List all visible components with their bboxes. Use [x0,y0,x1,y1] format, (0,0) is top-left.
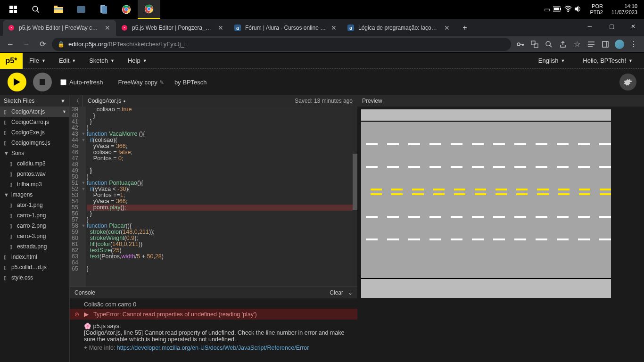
taskbar-app-1[interactable] [70,0,92,19]
sidebar-file-item[interactable]: ▼imagens [0,189,69,200]
chrome-icon[interactable] [115,0,138,19]
tab-title: Lógica de programação: laços e l [358,25,439,31]
file-menu[interactable]: File▼ [23,53,52,69]
chrome-window: *p5.js Web Editor | FreeWay copy✕*p5.js … [0,19,644,362]
sidebar-file-item[interactable]: ▯CodigoExe.js [0,127,69,138]
svg-point-39 [546,41,550,46]
sidebar-file-item[interactable]: ▯trilha.mp3 [0,179,69,189]
close-tab-icon[interactable]: ✕ [217,24,224,32]
sidebar-file-item[interactable]: ▯p5.collid…d.js [0,262,69,272]
settings-gear-button[interactable] [619,74,636,90]
volume-icon[interactable] [575,6,582,14]
sidebar-file-item[interactable]: ▯index.html [0,252,69,262]
collapse-sidebar-button[interactable]: 〈 [70,95,83,107]
pencil-icon[interactable]: ✎ [159,79,164,86]
translate-icon[interactable] [528,38,541,51]
close-tab-icon[interactable]: ✕ [330,24,338,32]
side-panel-icon[interactable] [599,38,612,51]
minimize-button[interactable]: ─ [579,19,601,34]
sidebar-file-item[interactable]: ▯carro-3.png [0,231,69,241]
expand-icon[interactable]: ▶ [84,311,89,318]
browser-tab-3[interactable]: aLógica de programação: laços e l✕ [342,20,455,36]
close-tab-icon[interactable]: ✕ [104,24,111,32]
start-button[interactable] [2,0,25,19]
sidebar-file-item[interactable]: ▯pontos.wav [0,169,69,179]
auto-refresh-toggle[interactable]: Auto-refresh [60,79,103,86]
bookmark-star-icon[interactable]: ☆ [570,38,584,51]
tray-icon-1[interactable]: ▭ [544,6,550,13]
chrome-active-icon[interactable] [138,0,160,19]
tab-title: p5.js Web Editor | FreeWay copy [19,25,100,31]
sidebar-file-item[interactable]: ▯carro-1.png [0,210,69,221]
password-key-icon[interactable] [514,38,527,51]
folder-open-icon: ▼ [4,192,9,197]
share-icon[interactable] [556,38,570,51]
sidebar-file-item[interactable]: ▯carro-2.png [0,221,69,231]
file-name: carro-2.png [17,222,46,229]
search-icon[interactable] [25,0,47,19]
chrome-menu-icon[interactable]: ⋮ [627,38,640,51]
svg-marker-24 [575,6,578,12]
sidebar-file-item[interactable]: ▯CodigoImgns.js [0,138,69,148]
sidebar-file-item[interactable]: ▯ator-1.png [0,200,69,210]
reading-list-icon[interactable] [585,38,598,51]
editor-scrollbar[interactable] [353,107,357,287]
folder-open-icon: ▼ [4,150,9,156]
close-window-button[interactable]: ✕ [622,19,644,34]
browser-tab-2[interactable]: aFórum | Alura - Cursos online de✕ [229,20,342,36]
file-tab-active[interactable]: CodigoAtor.js● [83,95,130,107]
sidebar-file-item[interactable]: ▯CodigoCarro.js [0,117,69,127]
browser-tab-0[interactable]: *p5.js Web Editor | FreeWay copy✕ [3,20,116,36]
collapse-console-icon[interactable]: ⌄ [348,289,353,296]
system-tray[interactable]: ▭ [541,6,585,14]
battery-icon[interactable] [553,6,561,13]
stop-button[interactable] [33,73,52,91]
taskbar-lang[interactable]: POR PTB2 [586,3,607,16]
file-icon: ▯ [4,140,9,146]
error-icon: ⊘ [74,311,79,318]
back-button[interactable]: ← [4,38,17,51]
taskbar-clock[interactable]: 14:10 11/07/2023 [608,3,641,16]
play-button[interactable] [8,73,26,91]
code-editor[interactable]: 3940414243444546474849505152535455565758… [70,107,357,287]
browser-tab-1[interactable]: *p5.js Web Editor | Pongzera_Expe✕ [116,20,229,36]
wifi-icon[interactable] [564,6,572,14]
caret-down-icon[interactable]: ▼ [62,109,69,114]
edit-menu[interactable]: Edit▼ [52,53,83,69]
file-icon: ▯ [4,254,9,260]
account-menu[interactable]: Hello, BPTesch!▼ [576,53,639,69]
sketch-menu[interactable]: Sketch▼ [83,53,121,69]
zoom-icon[interactable] [542,38,555,51]
file-name: pontos.wav [17,171,46,177]
svg-rect-7 [54,6,58,8]
auto-refresh-checkbox[interactable] [60,79,66,85]
svg-point-33 [517,43,520,46]
new-tab-button[interactable]: + [458,21,471,34]
file-explorer-icon[interactable] [47,0,70,19]
p5-editor-app: p5* File▼ Edit▼ Sketch▼ Help▼ English▼ H… [0,53,644,362]
address-bar[interactable]: 🔒 editor.p5js.org/BPTesch/sketches/LyFyx… [52,38,511,51]
clear-console-button[interactable]: Clear [330,289,343,296]
more-info-link[interactable]: https://developer.mozilla.org/en-US/docs… [117,345,309,351]
svg-point-4 [33,6,38,11]
file-icon: ▯ [4,275,9,281]
sketch-name[interactable]: FreeWay copy✎ [118,79,164,86]
p5-logo[interactable]: p5* [0,53,23,69]
reload-button[interactable]: ⟳ [36,38,49,51]
sidebar-file-item[interactable]: ▼Sons [0,148,69,158]
profile-avatar[interactable] [613,38,626,51]
help-menu[interactable]: Help▼ [121,53,154,69]
console-body[interactable]: Colisão com carro 0 ⊘ ▶ TypeError: Canno… [70,298,357,362]
sidebar-file-item[interactable]: ▯estrada.png [0,241,69,252]
sidebar-header[interactable]: Sketch Files ▼ [0,95,69,107]
sidebar-file-item[interactable]: ▯style.css [0,272,69,283]
sidebar-file-item[interactable]: ▯CodigoAtor.js▼ [0,107,69,117]
sidebar-file-item[interactable]: ▯colidiu.mp3 [0,158,69,169]
svg-rect-11 [102,6,107,14]
maximize-button[interactable]: ▢ [601,19,622,34]
close-tab-icon[interactable]: ✕ [443,24,451,32]
language-menu[interactable]: English▼ [532,53,572,69]
file-tab-row: 〈 CodigoAtor.js● Saved: 13 minutes ago [70,95,357,107]
svg-rect-9 [77,6,85,13]
taskbar-app-2[interactable] [92,0,115,19]
